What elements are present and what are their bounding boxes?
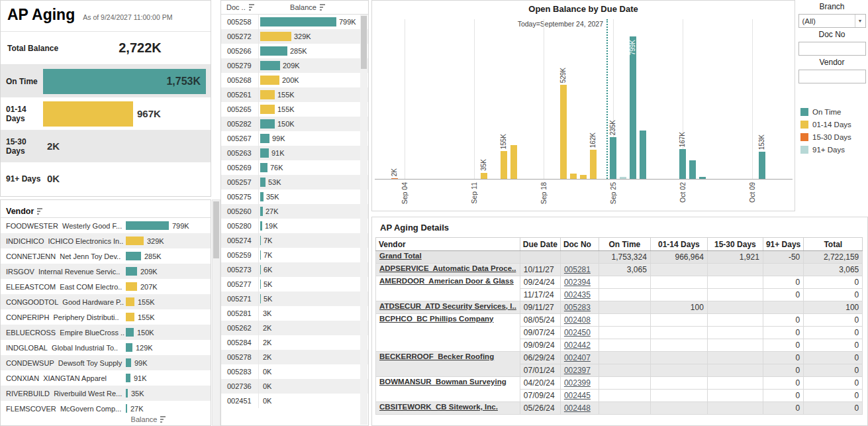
doc-bar[interactable] [260,61,280,70]
doc-row[interactable]: 005272329K [221,29,368,44]
doc-row[interactable]: 0052782K [221,350,368,364]
aging-bucket-row[interactable]: 01-14 Days967K [1,97,211,130]
vendor-row[interactable]: FLEMSCOVER McGovern Comp...27K [1,401,211,413]
vendor-link[interactable]: BCPHCO BC Phillips Company [379,315,494,323]
vendor-row[interactable]: FOODWESTER Westerly Good F...799K [1,218,211,233]
chevron-down-icon[interactable]: ▼ [855,15,865,27]
doc-row[interactable]: 00528019K [221,219,368,233]
doc-row[interactable]: 005268200K [221,73,368,87]
column-header[interactable]: Vendor [376,238,520,251]
doc-bar[interactable] [260,76,279,85]
doc-row[interactable]: 0052622K [221,321,368,335]
chart-bar[interactable] [610,137,616,179]
sort-icon[interactable] [320,4,326,11]
doc-link[interactable]: 005283 [564,303,591,312]
doc-row[interactable]: 005261155K [221,87,368,102]
vendor-row[interactable]: CONDEWSUP Dewsoft Toy Supply99K [1,355,211,370]
vendor-row[interactable]: CONPERIPH Periphery Distributi..155K [1,309,211,325]
vendor-row[interactable]: INDGLOBAL Global Industrial To..129K [1,340,211,355]
column-header[interactable]: On Time [599,238,650,251]
doc-row[interactable]: 005266285K [221,44,368,58]
doc-bar[interactable] [260,148,269,158]
doc-bar[interactable] [260,294,261,303]
vendor-bar[interactable] [126,374,130,382]
vendor-link[interactable]: AMERDOOR American Door & Glass [379,277,514,285]
doc-row[interactable]: 00526799K [221,131,368,146]
vendor-bar[interactable] [126,252,141,260]
doc-bar[interactable] [260,119,275,129]
vendor-bar[interactable] [126,237,144,245]
sort-icon[interactable] [160,416,166,423]
doc-bar[interactable] [260,221,262,231]
doc-bar[interactable] [260,134,269,143]
aging-bucket-row[interactable]: 91+ Days0K [1,162,211,195]
doc-bar[interactable] [260,280,261,289]
vendor-link[interactable]: CBSITEWORK CB Sitework, Inc. [379,403,498,411]
doc-row[interactable]: 0024510K [221,394,368,408]
chart-bar[interactable] [590,150,597,179]
doc-row[interactable]: 00527535K [221,189,368,204]
vendor-bar[interactable] [126,343,132,352]
doc-row[interactable]: 00525753K [221,175,368,189]
doc-row[interactable]: 0052747K [221,233,368,248]
chart-bar[interactable] [510,145,517,179]
chart-bar[interactable] [481,173,487,179]
legend-item[interactable]: 15-30 Days [800,131,868,143]
doc-bar[interactable] [260,105,275,114]
vendor-bar[interactable] [126,358,131,367]
vendor-link[interactable]: ADPSERVICE Automatic Data Proce.. [379,264,516,272]
vendor-link[interactable]: BOWMANSUR Bowman Surveying [379,378,506,386]
doc-row[interactable]: 00526391K [221,146,368,160]
scrollbar-thumb[interactable] [213,201,219,258]
chart-bar[interactable] [640,131,646,179]
vendor-bar[interactable] [126,313,134,321]
chart-bar[interactable] [580,175,587,179]
vendor-row[interactable]: IRSGOV Internal Revenue Servic..209K [1,264,211,279]
chart-bar[interactable] [679,149,686,179]
doc-bar[interactable] [260,163,267,172]
vendor-row[interactable]: CONNETJENN Net Jenn Toy Dev..285K [1,248,211,264]
doc-row[interactable]: 005258799K [221,15,368,29]
chart-bar[interactable] [570,174,577,179]
doc-link[interactable]: 005281 [564,265,591,274]
doc-link[interactable]: 002445 [564,391,591,400]
doc-bar[interactable] [260,236,261,245]
vendor-row[interactable]: INDICHICO ICHICO Electronics In..329K [1,233,211,248]
vendor-bar[interactable] [126,267,137,276]
vendor-bar[interactable] [126,282,137,291]
chart-bar[interactable] [630,36,636,179]
chart-bar[interactable] [759,152,765,179]
doc-bar[interactable] [260,250,261,260]
doc-row[interactable]: 0052813K [221,306,368,321]
legend-item[interactable]: 01-14 Days [800,118,868,131]
vendor-link[interactable]: ATDSECUR ATD Security Services, I.. [379,302,516,310]
doc-row[interactable]: 00526027K [221,204,368,219]
column-header[interactable]: Due Date [520,238,560,251]
doc-link[interactable]: 002399 [564,378,591,388]
chart-bar[interactable] [391,178,398,179]
vendor-link[interactable]: Grand Total [379,252,422,260]
doc-row[interactable]: 0052715K [221,292,368,306]
doc-bar[interactable] [260,17,336,27]
sort-icon[interactable] [249,4,255,11]
vendor-row[interactable]: CONXIAN XIANGTAN Apparel91K [1,370,211,386]
bucket-bar[interactable] [43,101,133,127]
doc-link[interactable]: 002394 [564,278,591,287]
doc-bar[interactable] [260,192,264,201]
chart-bar[interactable] [620,177,626,179]
chart-bar[interactable] [689,160,696,179]
doc-bar[interactable] [260,178,265,187]
vendor-input[interactable] [798,70,866,83]
vendor-link[interactable]: BECKERROOF Becker Roofing [379,352,494,360]
doc-row[interactable]: 0052775K [221,277,368,292]
docno-input[interactable] [798,42,866,56]
sort-icon[interactable] [37,208,43,215]
doc-bar[interactable] [260,32,291,41]
chart-bar[interactable] [501,151,507,179]
doc-link[interactable]: 002442 [564,341,591,350]
doc-link[interactable]: 002435 [564,290,591,299]
vendor-row[interactable]: ELEEASTCOM East COM Electro..207K [1,279,211,294]
doc-bar[interactable] [260,90,275,99]
doc-row[interactable]: 005282150K [221,117,368,131]
vendor-bar[interactable] [126,404,127,413]
